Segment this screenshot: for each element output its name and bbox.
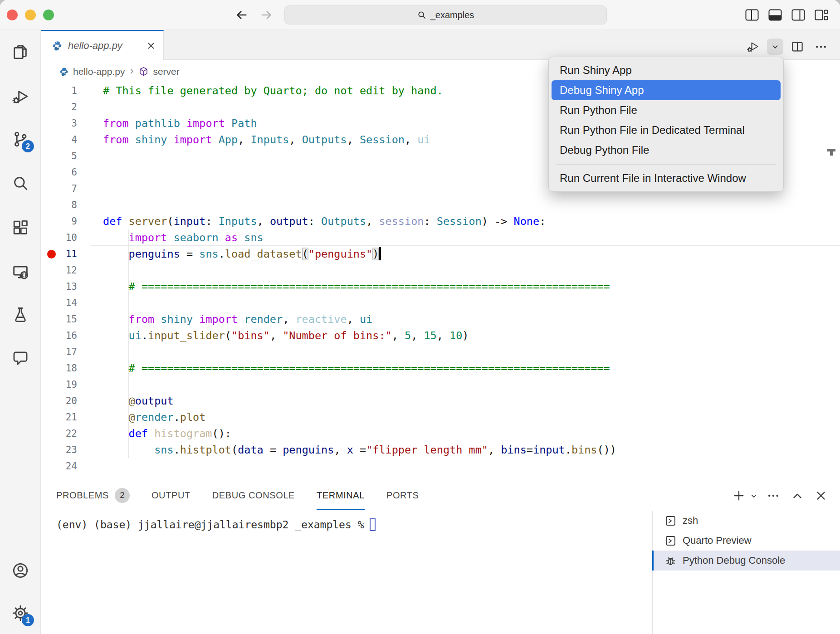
activity-bar-item-settings[interactable]: 1	[10, 603, 30, 623]
line-number[interactable]: 6	[41, 164, 103, 180]
panel-tab-debug-console[interactable]: DEBUG CONSOLE	[212, 480, 295, 510]
close-panel-icon[interactable]	[814, 489, 828, 502]
split-editor-icon[interactable]	[789, 39, 806, 55]
python-icon	[59, 67, 69, 77]
line-number[interactable]: 7	[41, 180, 103, 197]
bottom-panel: PROBLEMS2OUTPUTDEBUG CONSOLETERMINALPORT…	[41, 480, 840, 634]
line-number[interactable]: 22	[41, 425, 103, 442]
search-icon	[417, 10, 426, 20]
code-line-18: # ======================================…	[103, 360, 840, 376]
activity-bar-item-account[interactable]	[10, 561, 30, 580]
close-window-button[interactable]	[7, 10, 18, 20]
terminal-output[interactable]: (env) (base) jjallaire@jjallairesmbp2 _e…	[56, 518, 376, 531]
customize-layout-icon[interactable]	[815, 9, 828, 21]
new-terminal-icon[interactable]	[732, 489, 746, 502]
terminal-list: zshQuarto PreviewPython Debug Console	[652, 511, 840, 634]
terminal-profile-chevron-icon[interactable]	[749, 492, 758, 501]
close-tab-icon[interactable]	[146, 41, 156, 51]
menu-item-debug-shiny-app[interactable]: Debug Shiny App	[552, 80, 781, 100]
terminal-list-item-zsh[interactable]: zsh	[653, 511, 840, 531]
panel-tab-ports[interactable]: PORTS	[386, 480, 419, 510]
panel-more-actions-icon[interactable]	[767, 489, 780, 502]
activity-bar-item-comments[interactable]	[10, 348, 30, 368]
panel-tab-problems[interactable]: PROBLEMS2	[56, 480, 130, 510]
toggle-secondary-sidebar-icon[interactable]	[791, 9, 805, 21]
activity-bar-item-remote-explorer[interactable]	[10, 262, 30, 282]
line-number[interactable]: 5	[41, 148, 103, 164]
activity-bar-item-run-debug[interactable]	[10, 87, 30, 107]
breakpoint-dot[interactable]	[47, 250, 56, 258]
line-number[interactable]: 10	[41, 229, 103, 246]
terminal-list-label: Quarto Preview	[683, 535, 752, 546]
search-icon	[11, 174, 29, 192]
toggle-panel-icon[interactable]	[768, 9, 782, 21]
line-number[interactable]: 2	[41, 99, 103, 115]
command-center-search[interactable]: _examples	[284, 5, 607, 24]
menu-item-run-python-file[interactable]: Run Python File	[552, 100, 781, 120]
line-number[interactable]: 23	[41, 442, 103, 458]
panel-tab-output[interactable]: OUTPUT	[151, 480, 190, 510]
terminal-list-item-quarto-preview[interactable]: Quarto Preview	[653, 531, 840, 551]
run-options-chevron-icon[interactable]	[767, 39, 783, 55]
activity-bar-item-explorer[interactable]	[10, 42, 30, 62]
back-arrow-icon[interactable]	[235, 9, 248, 21]
line-number[interactable]: 4	[41, 132, 103, 148]
menu-item-run-python-file-in-dedicated-terminal[interactable]: Run Python File in Dedicated Terminal	[552, 120, 781, 140]
forward-arrow-icon[interactable]	[260, 9, 273, 21]
line-number[interactable]: 18	[41, 360, 103, 376]
menu-item-debug-python-file[interactable]: Debug Python File	[552, 140, 781, 160]
explorer-icon	[11, 43, 29, 61]
line-number[interactable]: 1	[41, 83, 103, 99]
editor-tab-hello-app[interactable]: hello-app.py	[41, 30, 164, 60]
breadcrumb-file[interactable]: hello-app.py	[73, 66, 125, 77]
breadcrumb-symbol[interactable]: server	[153, 66, 179, 77]
panel-tab-label: DEBUG CONSOLE	[212, 490, 295, 501]
toggle-primary-sidebar-icon[interactable]	[745, 9, 759, 21]
terminal-icon	[664, 535, 677, 547]
minimize-window-button[interactable]	[25, 10, 36, 20]
line-number[interactable]: 9	[41, 213, 103, 229]
line-number[interactable]: 16	[41, 327, 103, 344]
activity-bar: 21	[0, 30, 41, 634]
activity-bar-item-extensions[interactable]	[10, 218, 30, 238]
line-number[interactable]: 3	[41, 115, 103, 132]
line-number[interactable]: 24	[41, 458, 103, 474]
line-number[interactable]: 17	[41, 344, 103, 360]
symbol-cube-icon	[138, 66, 149, 77]
terminal-list-label: Python Debug Console	[683, 555, 785, 566]
more-actions-icon[interactable]	[813, 39, 829, 55]
line-number[interactable]: 21	[41, 409, 103, 425]
menu-item-run-shiny-app[interactable]: Run Shiny App	[552, 60, 781, 80]
comments-icon	[11, 349, 29, 367]
search-value: _examples	[430, 10, 474, 20]
code-line-11: penguins = sns.load_dataset("penguins")	[103, 246, 840, 262]
menu-item-run-current-file-in-interactive-window[interactable]: Run Current File in Interactive Window	[552, 168, 781, 188]
tab-bar: hello-app.py	[41, 30, 840, 60]
line-number[interactable]: 11	[41, 246, 103, 262]
line-number[interactable]: 12	[41, 262, 103, 278]
line-number[interactable]: 13	[41, 278, 103, 295]
line-number[interactable]: 15	[41, 311, 103, 327]
zoom-window-button[interactable]	[43, 10, 54, 20]
terminal-list-item-python-debug-console[interactable]: Python Debug Console	[653, 551, 840, 571]
line-number[interactable]: 8	[41, 197, 103, 213]
remote-explorer-icon	[11, 263, 29, 281]
panel-tab-terminal[interactable]: TERMINAL	[317, 480, 365, 510]
code-line-12	[103, 262, 840, 278]
debug-run-icon[interactable]	[745, 39, 761, 55]
activity-bar-item-source-control[interactable]: 2	[10, 129, 30, 149]
maximize-panel-icon[interactable]	[791, 489, 804, 502]
editor-gutter[interactable]: 123456789101112131415161718192021222324	[41, 83, 103, 474]
code-line-24	[103, 458, 840, 474]
activity-bar-item-testing[interactable]	[10, 305, 30, 325]
line-number[interactable]: 19	[41, 376, 103, 393]
terminal-cursor	[370, 518, 376, 531]
menu-separator	[556, 164, 776, 165]
code-line-10: import seaborn as sns	[103, 229, 840, 246]
activity-bar-item-search[interactable]	[10, 173, 30, 193]
titlebar: _examples	[0, 0, 840, 30]
code-line-23: sns.histplot(data = penguins, x ="flippe…	[103, 442, 840, 458]
line-number[interactable]: 20	[41, 393, 103, 409]
line-number[interactable]: 14	[41, 295, 103, 311]
code-line-8	[103, 197, 840, 213]
